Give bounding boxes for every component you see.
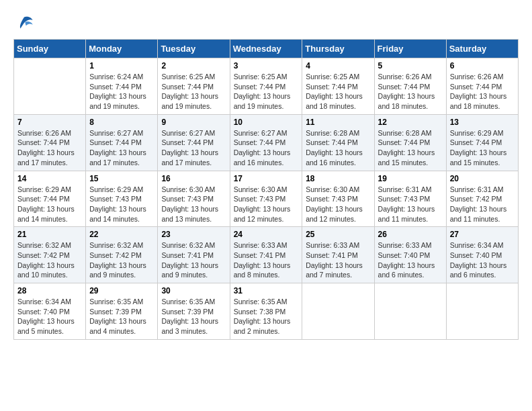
day-of-week-header: Thursday [302,40,374,58]
day-number: 21 [17,230,82,239]
calendar-day-cell: 9Sunrise: 6:27 AM Sunset: 7:44 PM Daylig… [158,114,230,171]
day-number: 26 [378,230,443,239]
day-info: Sunrise: 6:29 AM Sunset: 7:43 PM Dayligh… [89,185,154,224]
calendar-day-cell: 24Sunrise: 6:33 AM Sunset: 7:41 PM Dayli… [230,227,302,283]
calendar-table: SundayMondayTuesdayWednesdayThursdayFrid… [13,39,519,340]
calendar-day-cell: 26Sunrise: 6:33 AM Sunset: 7:40 PM Dayli… [374,227,446,283]
day-info: Sunrise: 6:26 AM Sunset: 7:44 PM Dayligh… [450,72,515,111]
calendar-day-cell: 11Sunrise: 6:28 AM Sunset: 7:44 PM Dayli… [302,114,374,171]
day-number: 30 [161,286,226,295]
day-info: Sunrise: 6:33 AM Sunset: 7:41 PM Dayligh… [234,240,299,280]
calendar-day-cell: 29Sunrise: 6:35 AM Sunset: 7:39 PM Dayli… [86,283,158,340]
calendar-day-cell: 2Sunrise: 6:25 AM Sunset: 7:44 PM Daylig… [158,58,230,115]
day-info: Sunrise: 6:27 AM Sunset: 7:44 PM Dayligh… [161,128,226,168]
calendar-day-cell: 1Sunrise: 6:24 AM Sunset: 7:44 PM Daylig… [86,58,158,115]
logo [13,13,34,32]
day-number: 8 [89,118,154,127]
day-number: 4 [306,61,370,71]
day-number: 16 [161,174,226,183]
day-info: Sunrise: 6:25 AM Sunset: 7:44 PM Dayligh… [234,72,299,111]
day-number: 3 [234,61,299,71]
calendar-day-cell: 15Sunrise: 6:29 AM Sunset: 7:43 PM Dayli… [86,171,158,227]
day-info: Sunrise: 6:32 AM Sunset: 7:41 PM Dayligh… [161,240,226,280]
day-number: 6 [450,61,515,71]
day-of-week-header: Wednesday [230,40,302,58]
calendar-day-cell: 31Sunrise: 6:35 AM Sunset: 7:38 PM Dayli… [230,283,302,340]
day-info: Sunrise: 6:32 AM Sunset: 7:42 PM Dayligh… [89,240,154,280]
calendar-week-row: 1Sunrise: 6:24 AM Sunset: 7:44 PM Daylig… [14,58,519,115]
calendar-day-cell: 12Sunrise: 6:28 AM Sunset: 7:44 PM Dayli… [374,114,446,171]
day-of-week-header: Tuesday [158,40,230,58]
day-number: 11 [306,118,370,127]
day-info: Sunrise: 6:30 AM Sunset: 7:43 PM Dayligh… [306,185,370,224]
day-number: 24 [234,230,299,239]
day-number: 18 [306,174,370,183]
page-header [13,13,519,32]
calendar-day-cell: 8Sunrise: 6:27 AM Sunset: 7:44 PM Daylig… [86,114,158,171]
day-number: 31 [234,286,299,295]
day-info: Sunrise: 6:27 AM Sunset: 7:44 PM Dayligh… [234,128,299,168]
day-number: 1 [89,61,154,71]
day-number: 22 [89,230,154,239]
day-number: 13 [450,118,515,127]
calendar-day-cell: 19Sunrise: 6:31 AM Sunset: 7:43 PM Dayli… [374,171,446,227]
day-info: Sunrise: 6:29 AM Sunset: 7:44 PM Dayligh… [17,185,82,224]
calendar-day-cell: 6Sunrise: 6:26 AM Sunset: 7:44 PM Daylig… [446,58,518,115]
calendar-day-cell: 25Sunrise: 6:33 AM Sunset: 7:41 PM Dayli… [302,227,374,283]
day-number: 2 [161,61,226,71]
calendar-day-cell: 16Sunrise: 6:30 AM Sunset: 7:43 PM Dayli… [158,171,230,227]
day-info: Sunrise: 6:31 AM Sunset: 7:42 PM Dayligh… [450,185,515,224]
day-number: 20 [450,174,515,183]
logo-bird-icon [15,13,34,32]
day-number: 23 [161,230,226,239]
day-number: 25 [306,230,370,239]
day-info: Sunrise: 6:26 AM Sunset: 7:44 PM Dayligh… [378,72,443,111]
calendar-day-cell: 30Sunrise: 6:35 AM Sunset: 7:39 PM Dayli… [158,283,230,340]
calendar-week-row: 21Sunrise: 6:32 AM Sunset: 7:42 PM Dayli… [14,227,519,283]
day-info: Sunrise: 6:30 AM Sunset: 7:43 PM Dayligh… [161,185,226,224]
day-of-week-header: Saturday [446,40,518,58]
day-number: 5 [378,61,443,71]
calendar-week-row: 14Sunrise: 6:29 AM Sunset: 7:44 PM Dayli… [14,171,519,227]
day-info: Sunrise: 6:30 AM Sunset: 7:43 PM Dayligh… [234,185,299,224]
day-info: Sunrise: 6:26 AM Sunset: 7:44 PM Dayligh… [17,128,82,168]
calendar-day-cell: 20Sunrise: 6:31 AM Sunset: 7:42 PM Dayli… [446,171,518,227]
day-of-week-header: Monday [86,40,158,58]
calendar-day-cell [446,283,518,340]
calendar-day-cell: 5Sunrise: 6:26 AM Sunset: 7:44 PM Daylig… [374,58,446,115]
calendar-week-row: 7Sunrise: 6:26 AM Sunset: 7:44 PM Daylig… [14,114,519,171]
calendar-day-cell: 10Sunrise: 6:27 AM Sunset: 7:44 PM Dayli… [230,114,302,171]
day-info: Sunrise: 6:31 AM Sunset: 7:43 PM Dayligh… [378,185,443,224]
calendar-day-cell [302,283,374,340]
calendar-day-cell: 14Sunrise: 6:29 AM Sunset: 7:44 PM Dayli… [14,171,86,227]
day-info: Sunrise: 6:33 AM Sunset: 7:41 PM Dayligh… [306,240,370,280]
calendar-day-cell: 21Sunrise: 6:32 AM Sunset: 7:42 PM Dayli… [14,227,86,283]
calendar-day-cell: 7Sunrise: 6:26 AM Sunset: 7:44 PM Daylig… [14,114,86,171]
day-number: 27 [450,230,515,239]
calendar-day-cell: 23Sunrise: 6:32 AM Sunset: 7:41 PM Dayli… [158,227,230,283]
day-info: Sunrise: 6:34 AM Sunset: 7:40 PM Dayligh… [450,240,515,280]
calendar-day-cell: 28Sunrise: 6:34 AM Sunset: 7:40 PM Dayli… [14,283,86,340]
calendar-day-cell: 18Sunrise: 6:30 AM Sunset: 7:43 PM Dayli… [302,171,374,227]
day-number: 29 [89,286,154,295]
day-number: 14 [17,174,82,183]
calendar-day-cell: 17Sunrise: 6:30 AM Sunset: 7:43 PM Dayli… [230,171,302,227]
day-number: 9 [161,118,226,127]
day-info: Sunrise: 6:35 AM Sunset: 7:38 PM Dayligh… [234,297,299,336]
day-number: 12 [378,118,443,127]
day-number: 19 [378,174,443,183]
calendar-day-cell [374,283,446,340]
day-info: Sunrise: 6:33 AM Sunset: 7:40 PM Dayligh… [378,240,443,280]
day-info: Sunrise: 6:34 AM Sunset: 7:40 PM Dayligh… [17,297,82,336]
day-number: 17 [234,174,299,183]
calendar-day-cell: 27Sunrise: 6:34 AM Sunset: 7:40 PM Dayli… [446,227,518,283]
day-number: 7 [17,118,82,127]
calendar-day-cell: 13Sunrise: 6:29 AM Sunset: 7:44 PM Dayli… [446,114,518,171]
day-info: Sunrise: 6:28 AM Sunset: 7:44 PM Dayligh… [306,128,370,168]
day-info: Sunrise: 6:28 AM Sunset: 7:44 PM Dayligh… [378,128,443,168]
day-info: Sunrise: 6:24 AM Sunset: 7:44 PM Dayligh… [89,72,154,111]
day-info: Sunrise: 6:29 AM Sunset: 7:44 PM Dayligh… [450,128,515,168]
calendar-day-cell: 4Sunrise: 6:25 AM Sunset: 7:44 PM Daylig… [302,58,374,115]
day-info: Sunrise: 6:25 AM Sunset: 7:44 PM Dayligh… [161,72,226,111]
calendar-day-cell: 3Sunrise: 6:25 AM Sunset: 7:44 PM Daylig… [230,58,302,115]
